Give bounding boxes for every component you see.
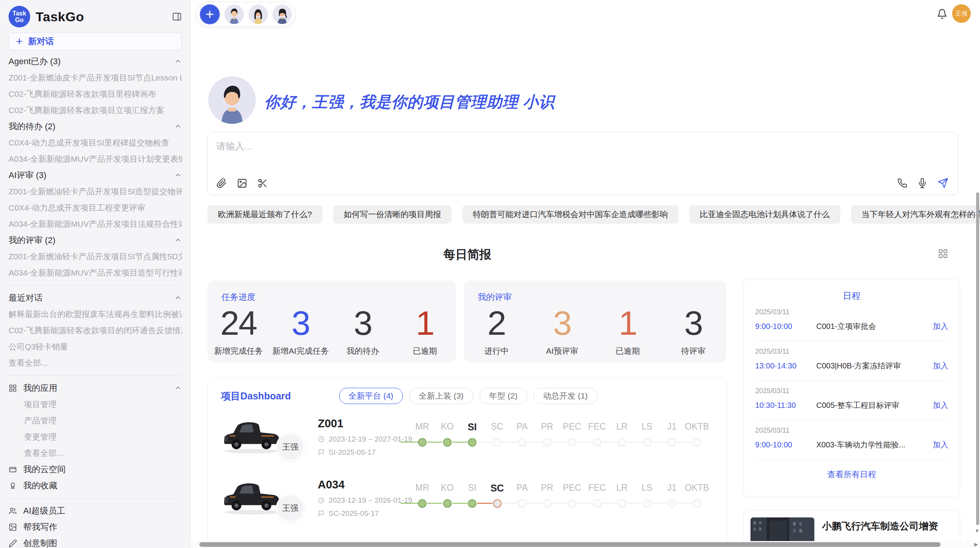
section-ai-review[interactable]: AI评审 (3) <box>9 167 182 183</box>
tab-model-year[interactable]: 年型 (2) <box>480 388 528 404</box>
tab-new-platform[interactable]: 全新平台 (4) <box>339 388 403 404</box>
grid-icon <box>9 384 17 392</box>
sidebar-item-ai-staff[interactable]: AI超级员工 <box>9 503 182 519</box>
task-item[interactable]: A034-全新新能源MUV产品开发项目法规符合性评审 <box>9 216 182 232</box>
avatar[interactable] <box>224 5 244 24</box>
chevron-up-icon[interactable] <box>174 171 182 179</box>
chevron-up-icon[interactable] <box>174 236 182 244</box>
recent-chat-item[interactable]: 公司Q3轻卡销量 <box>9 339 68 355</box>
cloud-box-icon <box>9 465 17 474</box>
schedule-time: 10:30-11:30 <box>755 401 816 410</box>
chevron-up-icon[interactable] <box>174 294 182 302</box>
app-title: TaskGo <box>36 9 84 24</box>
milestone-connector <box>527 442 542 443</box>
scroll-right-arrow[interactable]: ▶ <box>974 541 978 547</box>
sidebar-collapse-icon[interactable] <box>172 12 182 22</box>
sidebar-item-favorites[interactable]: 我的收藏 <box>9 478 182 494</box>
microphone-icon[interactable] <box>917 178 927 188</box>
view-all-chats[interactable]: 查看全部... <box>9 355 48 371</box>
project-vehicle-image <box>222 474 282 517</box>
plus-icon <box>15 37 24 46</box>
view-all-apps[interactable]: 查看全部... <box>9 445 182 461</box>
new-chat-button[interactable]: 新对话 <box>9 33 182 50</box>
stat-new-done: 24 新增完成任务 <box>207 306 270 356</box>
project-owner-badge: 王强 <box>276 433 305 461</box>
suggestion-chip[interactable]: 比亚迪全固态电池计划具体说了什么 <box>689 205 840 224</box>
schedule-name: C003|H0B-方案冻结评审 <box>816 361 933 371</box>
task-item[interactable]: Z001-全新燃油皮卡产品开发项目SI节点Lesson Learn报告 <box>9 70 182 86</box>
project-milestone-date: SI-2025-05-17 <box>329 448 375 457</box>
stat-overdue: 1 已逾期 <box>394 306 456 356</box>
notification-bell-icon[interactable] <box>937 9 947 19</box>
suggestion-chip[interactable]: 如何写一份清晰的项目周报 <box>333 205 452 224</box>
sidebar-item-cloud-space[interactable]: 我的云空间 <box>9 461 182 478</box>
sidebar-item-creative-draw[interactable]: 创意制图 <box>9 535 182 548</box>
voice-call-icon[interactable] <box>897 178 907 188</box>
task-item[interactable]: C02-飞腾新能源轻客改款项目立项汇报方案 <box>9 102 164 118</box>
project-owner-badge: 王强 <box>276 494 305 522</box>
stat-new-ai-done: 3 新增AI完成任务 <box>270 306 332 356</box>
greeting-title: 你好，王强，我是你的项目管理助理 小识 <box>264 91 555 113</box>
join-link[interactable]: 加入 <box>933 440 948 450</box>
layout-grid-icon[interactable] <box>938 248 948 259</box>
new-session-button[interactable] <box>200 4 220 24</box>
join-link[interactable]: 加入 <box>933 361 948 371</box>
section-recent-chats[interactable]: 最近对话 <box>9 290 182 306</box>
task-item[interactable]: A034-全新新能源MUV产品开发项目计划变更表编写 <box>9 151 182 167</box>
avatar[interactable] <box>248 5 268 24</box>
milestone-connector <box>602 503 617 504</box>
project-row: 王强 Z001 2023-12-19 ~ 2027-01-19 SI-2025-… <box>208 412 727 478</box>
task-item[interactable]: C0X4-动力总成开发项目工程变更评审 <box>9 200 146 216</box>
sidebar-item-my-apps[interactable]: 我的应用 <box>9 380 182 396</box>
chevron-up-icon[interactable] <box>174 123 182 130</box>
user-avatar[interactable]: 王强 <box>952 4 971 23</box>
suggestion-chip[interactable]: 当下年轻人对汽车外观有怎样的喜好趋势 <box>851 205 980 224</box>
join-link[interactable]: 加入 <box>933 321 948 332</box>
task-item[interactable]: C0X4-动力总成开发项目SI里程碑提交物检查 <box>9 135 169 151</box>
attachment-icon[interactable] <box>216 178 227 188</box>
stat-review-overdue: 1 已逾期 <box>595 306 661 356</box>
avatar[interactable] <box>272 5 292 24</box>
app-item-product-mgmt[interactable]: 产品管理 <box>9 413 182 429</box>
stat-label: 已逾期 <box>615 346 640 356</box>
tab-new-body[interactable]: 全新上装 (3) <box>409 388 473 404</box>
stat-label: 已逾期 <box>413 346 437 356</box>
daily-brief-title: 每日简报 <box>207 247 727 263</box>
section-agent-done[interactable]: Agent已办 (3) <box>9 53 182 70</box>
app-item-project-mgmt[interactable]: 项目管理 <box>9 396 182 413</box>
section-my-todo[interactable]: 我的待办 (2) <box>9 118 182 135</box>
project-row: 王强 A034 2023-12-19 ~ 2026-01-19 SC-2025-… <box>208 473 727 539</box>
task-item[interactable]: Z001-全新燃油轻卡产品开发项目SI节点属性5D文件评审 <box>9 248 182 265</box>
send-icon[interactable] <box>937 178 948 188</box>
section-my-review[interactable]: 我的评审 (2) <box>9 232 182 248</box>
task-item[interactable]: Z001-全新燃油轻卡产品开发项目SI造型提交物评审 <box>9 183 182 200</box>
recent-chat-item[interactable]: 解释最新出台的欧盟报废车法规再生塑料比例被调至15%... <box>9 306 182 322</box>
task-item[interactable]: C02-飞腾新能源轻客改款项目里程碑画布 <box>9 86 156 102</box>
project-date-range: 2023-12-19 ~ 2026-01-19 <box>329 496 412 505</box>
recent-chat-item[interactable]: C02-飞腾新能源轻客改款项目的闭环通告反馈情况 <box>9 322 182 339</box>
card-title: 我的评审 <box>478 291 512 303</box>
vertical-scrollbar-thumb[interactable] <box>976 192 979 525</box>
chevron-up-icon[interactable] <box>174 58 182 65</box>
milestone-connector <box>552 503 567 504</box>
suggestion-chip[interactable]: 欧洲新规最近颁布了什么? <box>207 205 322 224</box>
milestone-label: OKTB <box>682 421 713 432</box>
milestone-connector <box>452 503 468 504</box>
tab-powertrain[interactable]: 动总开发 (1) <box>533 388 598 404</box>
chat-input[interactable] <box>216 141 874 152</box>
app-item-change-mgmt[interactable]: 变更管理 <box>9 429 182 445</box>
scroll-down-arrow[interactable]: ▼ <box>975 528 980 534</box>
task-item[interactable]: A034-全新新能源MUV产品开发项目造型可行性评审 <box>9 265 182 281</box>
view-all-schedule-link[interactable]: 查看所有日程 <box>755 469 948 480</box>
milestone-dot <box>543 499 552 508</box>
milestone-connector <box>652 442 667 443</box>
suggestion-chip[interactable]: 特朗普可能对进口汽车增税会对中国车企造成哪些影响 <box>463 205 678 224</box>
clock-icon <box>318 436 325 443</box>
project-name: Z001 <box>318 417 343 430</box>
scissors-icon[interactable] <box>257 178 268 188</box>
image-upload-icon[interactable] <box>237 178 247 188</box>
sidebar-item-help-write[interactable]: 帮我写作 <box>9 519 182 535</box>
horizontal-scrollbar-thumb[interactable] <box>199 542 941 547</box>
chevron-up-icon[interactable] <box>174 384 182 392</box>
join-link[interactable]: 加入 <box>933 400 948 411</box>
